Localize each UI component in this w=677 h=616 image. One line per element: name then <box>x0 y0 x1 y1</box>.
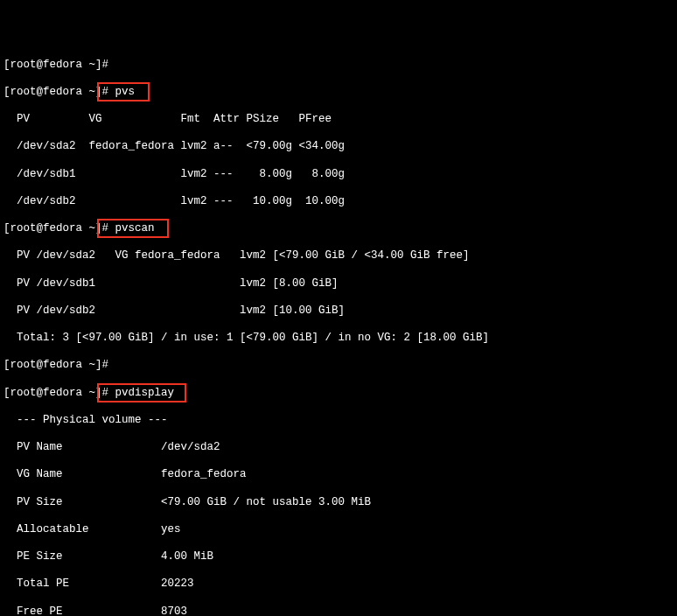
cmd-pvs[interactable]: # pvs <box>102 86 136 100</box>
pvscan-row: Total: 3 [<97.00 GiB] / in use: 1 [<79.0… <box>3 332 674 346</box>
prompt-line-pvs: [root@fedora ~]# pvs <box>3 86 674 100</box>
prompt-line-pvscan: [root@fedora ~]# pvscan <box>3 222 674 236</box>
prompt-text: [root@fedora ~] <box>3 86 102 98</box>
highlight-box-pvs <box>97 82 150 102</box>
prompt-line: [root@fedora ~]# <box>3 59 674 73</box>
prompt-text: [root@fedora ~] <box>3 387 102 399</box>
pvs-row: /dev/sda2 fedora_fedora lvm2 a-- <79.00g… <box>3 140 674 154</box>
prompt-text: [root@fedora ~] <box>3 222 102 234</box>
prompt-line: [root@fedora ~]# <box>3 359 674 373</box>
cmd-pvscan[interactable]: # pvscan <box>102 222 155 236</box>
cmd-pvdisplay[interactable]: # pvdisplay <box>102 387 175 401</box>
pvdisplay-row: VG Name fedora_fedora <box>3 468 674 482</box>
pvscan-row: PV /dev/sda2 VG fedora_fedora lvm2 [<79.… <box>3 249 674 263</box>
prompt-line-pvdisplay: [root@fedora ~]# pvdisplay <box>3 387 674 401</box>
highlight-box-pvscan <box>97 219 169 238</box>
pvdisplay-row: Free PE 8703 <box>3 606 674 617</box>
pvdisplay-row: --- Physical volume --- <box>3 414 674 428</box>
pvdisplay-row: PE Size 4.00 MiB <box>3 550 674 564</box>
pvdisplay-row: Total PE 20223 <box>3 578 674 592</box>
pvdisplay-row: Allocatable yes <box>3 523 674 537</box>
pvs-row: /dev/sdb1 lvm2 --- 8.00g 8.00g <box>3 168 674 182</box>
pvscan-row: PV /dev/sdb1 lvm2 [8.00 GiB] <box>3 277 674 291</box>
highlight-box-pvdisplay <box>97 383 186 402</box>
pvdisplay-row: PV Size <79.00 GiB / not usable 3.00 MiB <box>3 496 674 510</box>
pvs-header: PV VG Fmt Attr PSize PFree <box>3 113 674 127</box>
pvs-row: /dev/sdb2 lvm2 --- 10.00g 10.00g <box>3 195 674 209</box>
pvscan-row: PV /dev/sdb2 lvm2 [10.00 GiB] <box>3 304 674 318</box>
pvdisplay-row: PV Name /dev/sda2 <box>3 441 674 455</box>
